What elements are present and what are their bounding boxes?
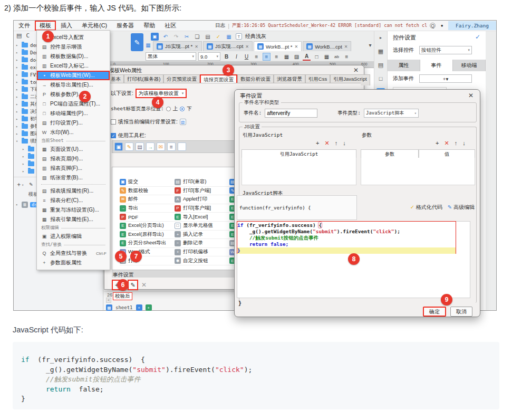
widget-select[interactable]: 按钮控件 ▾ [419,46,472,54]
ok-button[interactable]: 确定 [423,307,446,317]
theme-name[interactable]: 经典浅灰 [245,33,266,40]
doc-tab-2[interactable]: ▦ JS实现....cpt ✕ [203,41,253,51]
cut-icon[interactable]: ✂ [183,33,190,40]
save-icon[interactable]: ▣ [151,33,159,41]
tool-item[interactable]: EExcel(原样导出) [120,231,175,240]
format-brush-icon[interactable]: ✓ [215,33,222,40]
tool-item[interactable]: ✉邮件 [120,195,175,204]
menu-insert[interactable]: 插入 [56,21,77,31]
mail-icon[interactable]: ✉ [157,142,165,151]
tree-folder[interactable]: ▸tom [16,79,38,85]
tool-item[interactable]: F打印[客户端] [175,187,229,196]
tool-item[interactable]: WWord格式 [120,248,175,257]
tool-item[interactable]: →导出 [120,204,175,213]
menu-item[interactable]: ▤控件显示增强 [37,42,110,52]
menu-item-web-attributes[interactable]: ▪模板Web属性(W)... [37,71,110,80]
merge-cell-icon[interactable]: □ [313,53,321,61]
tree-folder[interactable]: ▸exc [16,64,38,71]
setting-scope-select[interactable]: 为该模板单独设置 ▾ [136,89,187,98]
submit-icon[interactable]: ▣ [114,142,123,151]
wrap-icon[interactable]: ≡ [343,53,351,61]
move-up-icon[interactable]: ↑ [335,140,338,147]
paste-icon[interactable]: ▤ [204,33,211,40]
theme-shirt-icon[interactable]: T [236,33,242,40]
split-view-icon[interactable]: ▦ [144,41,152,49]
tool-item[interactable]: ▤打印(兼容) [175,178,229,187]
cell-attr-icon[interactable]: ▦ [376,47,385,55]
delete-event-icon[interactable]: ✕ [141,281,147,289]
move-up-icon[interactable]: ↑ [455,140,458,147]
tool-item[interactable]: +打印机偏移 [175,248,229,257]
tree-subfolder[interactable]: ▸ [22,146,34,152]
tab-mobile[interactable]: 移动端 [453,60,486,71]
tool-item[interactable]: ✱自定义按钮 [175,256,229,265]
tool-item[interactable]: +插入记录 [175,231,229,240]
move-down-icon[interactable]: ↓ [343,140,346,147]
tool-item[interactable]: P打印[客户端] [175,204,229,213]
align-center-icon[interactable]: ≡ [263,53,271,61]
search-icon[interactable]: Q [430,23,436,28]
menu-item[interactable]: ▤打印设置(P)... [37,118,110,128]
tool-item[interactable]: E导入[Excel] [175,213,229,222]
copy-icon[interactable]: ❏ [194,33,201,40]
menu-item[interactable]: +参数面板属性 [37,258,110,268]
move-down-icon[interactable]: ↓ [462,140,466,147]
menu-item[interactable]: ▦页面设置(U)... [37,145,110,154]
row-bg-checkbox[interactable] [111,119,116,125]
ref-js-table-body[interactable] [241,158,356,185]
tree-subfolder[interactable]: ▸ [22,160,34,167]
menu-item[interactable]: ▦报表引擎属性(E)... [37,215,110,224]
tab-close-icon[interactable]: ✕ [295,44,298,49]
new-folder-icon[interactable]: ▤ [16,32,22,39]
color-picker-icon[interactable]: ▧ [180,119,186,125]
tool-item[interactable]: EExcel(分页导出) [120,222,175,231]
font-size-select[interactable]: 9.0 ▾ [198,52,220,61]
menu-item[interactable]: ▤报表填报属性(R)... [37,186,110,196]
tab-events[interactable]: 事件 [420,60,453,71]
blank-icon[interactable] [178,142,186,151]
insert-record-icon[interactable]: ≡ [167,142,176,151]
align-right-icon[interactable]: ≡ [273,53,281,61]
confirm-check-icon[interactable]: ✓ [475,33,480,41]
align-left-icon[interactable]: ≡ [253,53,260,61]
radio-bottom[interactable] [180,107,185,111]
menu-item[interactable]: ▥模板数据集(D)... [37,52,110,61]
add-icon[interactable]: + [316,140,319,147]
menu-item[interactable]: ▥Excel导入标记... [37,61,110,71]
event-name-input[interactable] [265,109,317,118]
tab-close-icon[interactable]: ✕ [344,44,348,49]
menu-item[interactable]: ▦重复与冻结设置(G)... [37,205,110,215]
tool-item[interactable]: □显示单元格值 [175,222,229,231]
event-type-select[interactable]: JavaScript脚本 ▾ [364,109,419,118]
tree-folder[interactable]: ▸Dem [16,49,38,56]
border-icon[interactable]: ▦ [283,53,291,61]
menu-item[interactable]: ▥报表页脚(F)... [37,164,110,173]
menu-item[interactable]: Q全局查找与替换Ctrl-F [37,249,110,258]
menu-cell[interactable]: 单元格(C) [77,21,112,31]
text-control-icon[interactable]: ab [333,53,341,61]
menu-item[interactable]: □移动端属性(P)... [37,109,110,118]
add-event-button[interactable]: +▾ [419,74,472,83]
tab-close-icon[interactable]: ✕ [195,44,198,49]
add-poly-sheet-icon[interactable]: + [146,304,152,311]
menu-item[interactable]: ≡报表分栏(C)... [37,196,110,205]
close-icon[interactable]: ✕ [353,66,359,74]
menu-item[interactable]: ▧纸张背景(B)... [37,173,110,183]
table-icon[interactable]: ▦ [225,33,233,40]
bell-icon[interactable]: ● [438,22,446,30]
menu-file[interactable]: 文件 [14,21,35,31]
remove-icon[interactable]: ✕ [324,140,329,147]
redo-icon[interactable]: ↷ [172,33,180,40]
font-color-icon[interactable]: A [303,53,311,61]
export-icon[interactable]: → [146,142,154,151]
tool-item[interactable]: ▤打印 [120,256,175,265]
italic-button[interactable]: I [233,53,240,61]
edit-dataset-icon[interactable]: ✎ [29,181,33,188]
log-label[interactable]: 日志 [215,22,225,29]
sheet-tab[interactable]: sheet1 [115,305,133,310]
menu-item[interactable]: W水印(W)... [37,128,110,137]
tab-list-icon[interactable]: ▾ [366,41,374,49]
menu-item[interactable]: ▣进入权限编辑 [37,232,110,241]
close-icon[interactable]: ✕ [468,92,474,99]
use-toolbar-checkbox[interactable]: ✓ [111,133,116,138]
